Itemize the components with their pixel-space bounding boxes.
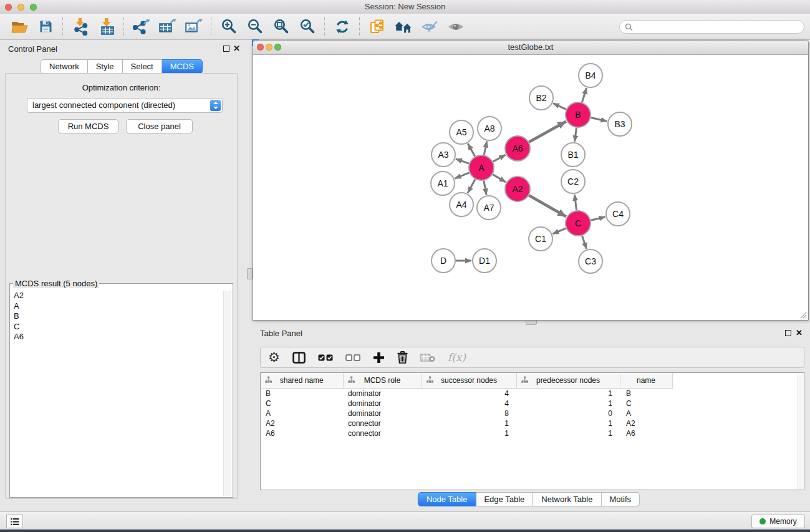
search-input[interactable] <box>633 22 799 32</box>
table-row[interactable]: Adominator80A <box>261 409 804 418</box>
function-builder-button[interactable]: f(x) <box>448 350 466 365</box>
edge-A-A7[interactable] <box>484 181 486 195</box>
cell-shared-name[interactable]: A2 <box>261 418 343 428</box>
node-A8[interactable]: A8 <box>478 117 501 140</box>
cell-mcds-role[interactable]: dominator <box>343 409 422 418</box>
zoom-in-button[interactable] <box>216 16 242 38</box>
column-header-name[interactable]: name <box>620 373 672 389</box>
edge-C-C4[interactable] <box>591 217 605 220</box>
zoom-fit-button[interactable] <box>268 16 294 38</box>
hide-selected-button[interactable] <box>417 16 443 38</box>
cell-shared-name[interactable]: A6 <box>261 428 343 438</box>
node-A5[interactable]: A5 <box>450 120 473 144</box>
node-A7[interactable]: A7 <box>477 196 501 220</box>
node-A4[interactable]: A4 <box>450 193 473 216</box>
tab-motifs[interactable]: Motifs <box>601 492 640 506</box>
cell-predecessor-nodes[interactable]: 0 <box>516 409 620 418</box>
float-table-panel-icon[interactable] <box>785 330 791 336</box>
select-all-checkboxes-button[interactable] <box>318 350 333 365</box>
new-network-from-selection-button[interactable] <box>364 16 390 38</box>
table-options-button[interactable]: ⚙ <box>268 350 280 365</box>
cell-mcds-role[interactable]: dominator <box>343 389 422 399</box>
node-C4[interactable]: C4 <box>606 202 630 226</box>
result-item-b[interactable]: B <box>14 311 220 322</box>
cell-successor-nodes[interactable]: 8 <box>422 409 516 418</box>
cell-predecessor-nodes[interactable]: 1 <box>516 389 620 399</box>
cell-successor-nodes[interactable]: 4 <box>422 399 516 409</box>
show-all-button[interactable] <box>443 16 469 38</box>
edge-A-A4[interactable] <box>468 179 475 193</box>
edge-B-B2[interactable] <box>553 104 566 110</box>
close-table-panel-icon[interactable]: ✕ <box>796 329 803 337</box>
import-table-button[interactable] <box>94 16 120 38</box>
node-B2[interactable]: B2 <box>529 86 553 110</box>
node-A3[interactable]: A3 <box>432 143 455 167</box>
open-session-button[interactable] <box>6 16 32 38</box>
cell-shared-name[interactable]: C <box>261 399 343 409</box>
delete-columns-button[interactable] <box>397 350 408 365</box>
column-layout-button[interactable] <box>292 350 306 365</box>
run-mcds-button[interactable]: Run MCDS <box>58 119 118 133</box>
node-B3[interactable]: B3 <box>608 112 632 136</box>
import-network-button[interactable] <box>67 16 94 38</box>
cell-name[interactable]: B <box>620 389 672 399</box>
column-header-shared-name[interactable]: shared name <box>261 373 343 389</box>
cell-predecessor-nodes[interactable]: 1 <box>516 418 620 428</box>
tab-edge-table[interactable]: Edge Table <box>476 492 533 506</box>
node-B[interactable]: B <box>566 102 591 127</box>
add-column-button[interactable] <box>373 350 385 365</box>
result-item-c[interactable]: C <box>14 322 220 332</box>
cell-name[interactable]: C <box>620 399 672 409</box>
tab-node-table[interactable]: Node Table <box>418 492 476 506</box>
node-B1[interactable]: B1 <box>561 143 585 167</box>
node-C1[interactable]: C1 <box>529 227 552 251</box>
export-table-button[interactable] <box>155 16 181 38</box>
column-header-predecessor-nodes[interactable]: predecessor nodes <box>516 373 620 389</box>
node-A1[interactable]: A1 <box>431 172 455 195</box>
node-B4[interactable]: B4 <box>579 64 602 87</box>
close-panel-button[interactable]: Close panel <box>126 119 193 133</box>
tab-mcds[interactable]: MCDS <box>162 59 203 74</box>
table-row[interactable]: Cdominator41C <box>261 399 804 409</box>
node-table[interactable]: shared nameMCDS rolesuccessor nodesprede… <box>261 373 804 438</box>
edge-A-A5[interactable] <box>468 143 475 156</box>
edge-A2-C[interactable] <box>529 195 566 216</box>
network-window-titlebar[interactable]: testGlobe.txt <box>253 41 808 55</box>
zoom-selected-button[interactable] <box>294 16 321 38</box>
delete-table-button[interactable] <box>420 350 435 365</box>
cell-name[interactable]: A2 <box>620 418 672 428</box>
table-row[interactable]: Bdominator41B <box>261 389 804 399</box>
show-panels-button[interactable] <box>6 515 23 528</box>
tab-network[interactable]: Network <box>41 59 88 74</box>
result-scrollbar[interactable] <box>223 291 231 496</box>
edge-B-B4[interactable] <box>582 88 586 102</box>
cell-predecessor-nodes[interactable]: 1 <box>516 399 620 409</box>
node-D[interactable]: D <box>432 249 455 273</box>
search-field[interactable] <box>619 20 804 34</box>
edge-A-A2[interactable] <box>493 175 506 182</box>
cell-successor-nodes[interactable]: 1 <box>422 418 516 428</box>
deselect-all-checkboxes-button[interactable] <box>345 350 360 365</box>
criterion-select[interactable]: largest connected component (directed) <box>27 98 223 113</box>
node-D1[interactable]: D1 <box>473 249 496 273</box>
cell-predecessor-nodes[interactable]: 1 <box>516 428 620 438</box>
save-session-button[interactable] <box>32 16 59 38</box>
float-panel-icon[interactable] <box>223 46 229 52</box>
refresh-layout-button[interactable] <box>329 16 355 38</box>
node-C3[interactable]: C3 <box>579 249 602 273</box>
edge-A-A8[interactable] <box>484 142 487 155</box>
node-C2[interactable]: C2 <box>561 170 585 193</box>
node-A6[interactable]: A6 <box>505 136 530 161</box>
cell-name[interactable]: A <box>620 409 672 418</box>
vertical-split-handle[interactable] <box>247 268 253 279</box>
node-C[interactable]: C <box>566 211 591 236</box>
cell-successor-nodes[interactable]: 4 <box>422 389 516 399</box>
edge-B-B3[interactable] <box>591 118 607 122</box>
edge-C-C3[interactable] <box>582 236 587 249</box>
edge-A-A6[interactable] <box>493 155 506 162</box>
cell-name[interactable]: A6 <box>620 428 672 438</box>
cell-shared-name[interactable]: B <box>261 389 343 399</box>
close-panel-icon[interactable]: ✕ <box>233 45 240 52</box>
edge-A6-B[interactable] <box>529 122 566 142</box>
edge-C-C2[interactable] <box>574 195 576 210</box>
